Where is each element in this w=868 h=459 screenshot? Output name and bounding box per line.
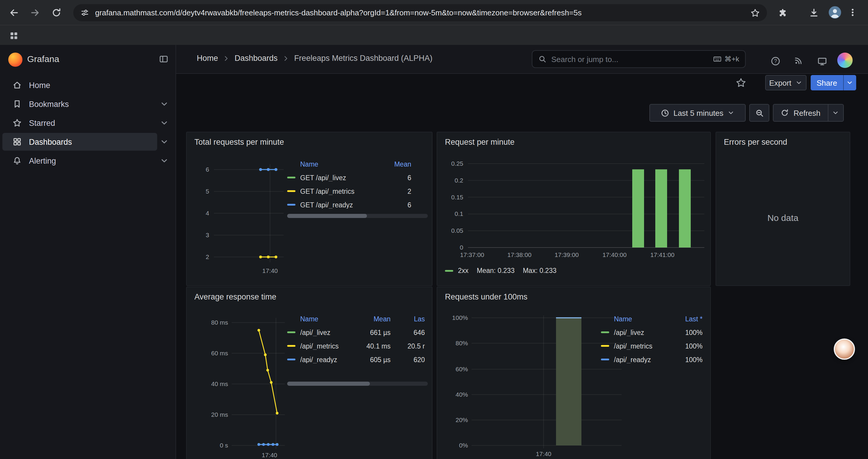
panel-title[interactable]: Requests under 100ms — [445, 292, 527, 301]
panel-title[interactable]: Total requests per minute — [194, 138, 284, 146]
zoom-out-button[interactable] — [749, 104, 769, 122]
legend-row[interactable]: /api/_livez 100% — [601, 326, 703, 339]
menu-kebab-icon[interactable] — [847, 5, 859, 20]
chart-requests-under-100ms[interactable]: 100%80%60%40%20%0%17:40 — [445, 316, 623, 459]
series-color-icon — [287, 345, 296, 347]
series-color-icon — [445, 270, 453, 271]
panel-title[interactable]: Request per minute — [445, 138, 515, 146]
share-button[interactable]: Share — [811, 75, 843, 90]
monitor-icon[interactable] — [814, 53, 830, 69]
favorite-star-icon[interactable] — [733, 74, 749, 91]
chart-average-response-time[interactable]: 80 ms60 ms40 ms20 ms0 s17:40 — [195, 316, 285, 459]
chart-total-requests[interactable]: 6543217:40 — [195, 161, 285, 279]
series-color-icon — [287, 177, 296, 178]
extensions-icon[interactable] — [775, 5, 790, 20]
svg-text:100%: 100% — [452, 316, 468, 321]
panel-title[interactable]: Errors per second — [724, 138, 787, 146]
bookmarks-bar: Freeleaps 收藏博客 — [0, 25, 868, 45]
share-split-button: Share — [811, 75, 856, 90]
svg-text:17:41:00: 17:41:00 — [650, 251, 675, 258]
refresh-button[interactable]: Refresh — [773, 104, 828, 121]
legend-header-mean[interactable]: Mean — [354, 316, 391, 323]
svg-text:2: 2 — [206, 254, 209, 260]
chevron-down-icon — [728, 109, 735, 117]
legend-row[interactable]: GET /api/_metrics 2 — [287, 184, 428, 198]
search-placeholder: Search or jump to... — [551, 55, 709, 64]
chevron-down-icon[interactable] — [159, 137, 169, 146]
legend-inline[interactable]: 2xx Mean: 0.233 Max: 0.233 — [445, 267, 557, 274]
sidebar-item-bookmarks[interactable]: Bookmarks — [2, 95, 174, 113]
sidebar-item-home[interactable]: Home — [2, 76, 174, 94]
help-icon[interactable]: ? — [767, 53, 783, 69]
series-color-icon — [601, 331, 609, 333]
downloads-icon[interactable] — [806, 5, 821, 20]
legend-row[interactable]: /api/_metrics 40.1 ms 20.5 r — [287, 339, 425, 353]
legend-header-name[interactable]: Name — [300, 316, 354, 323]
back-button[interactable] — [6, 5, 21, 20]
forward-button[interactable] — [27, 5, 42, 20]
grafana-logo[interactable] — [8, 53, 23, 67]
svg-text:4: 4 — [206, 210, 209, 217]
legend-row[interactable]: /api/_readyz 100% — [601, 353, 703, 366]
chevron-down-icon[interactable] — [159, 118, 169, 128]
svg-text:17:37:00: 17:37:00 — [460, 251, 484, 258]
news-rss-icon[interactable] — [790, 53, 807, 69]
breadcrumb-current: Freeleaps Metrics Dashboard (ALPHA) — [294, 54, 433, 63]
floating-avatar[interactable] — [834, 338, 855, 360]
svg-text:17:40: 17:40 — [536, 451, 552, 457]
legend-table: Name Mean Las /api/_livez 661 µs 646 /ap… — [287, 313, 428, 366]
chevron-down-icon[interactable] — [159, 156, 169, 165]
apps-grid-icon[interactable] — [6, 28, 21, 43]
clock-icon — [660, 108, 669, 117]
share-menu-chevron[interactable] — [843, 75, 856, 90]
svg-text:20 ms: 20 ms — [211, 411, 228, 418]
sidebar-item-dashboards[interactable]: Dashboards — [2, 133, 174, 151]
refresh-interval-chevron[interactable] — [828, 104, 843, 121]
legend-header-last[interactable]: Las — [395, 316, 425, 323]
legend-header-last[interactable]: Last * — [685, 316, 703, 323]
legend-header-mean[interactable]: Mean — [394, 161, 411, 168]
legend-header-name[interactable]: Name — [614, 316, 685, 323]
legend-row[interactable]: /api/_livez 661 µs 646 — [287, 326, 425, 339]
svg-text:40 ms: 40 ms — [211, 381, 228, 387]
site-settings-icon[interactable] — [80, 8, 89, 17]
breadcrumb-home[interactable]: Home — [197, 54, 218, 63]
series-color-icon — [287, 359, 296, 360]
series-color-icon — [287, 204, 296, 205]
chevron-down-icon[interactable] — [159, 99, 169, 109]
svg-text:0.2: 0.2 — [455, 177, 463, 184]
legend-row[interactable]: GET /api/_readyz 6 — [287, 198, 428, 211]
user-avatar[interactable] — [837, 53, 852, 68]
series-color-icon — [601, 359, 609, 360]
svg-text:17:38:00: 17:38:00 — [507, 251, 531, 258]
bookmark-icon — [12, 99, 22, 109]
dock-menu-icon[interactable] — [156, 52, 172, 67]
svg-text:60%: 60% — [456, 366, 468, 372]
time-range-picker[interactable]: Last 5 minutes — [649, 104, 746, 122]
panel-average-response-time: Average response time 80 ms60 ms40 ms20 … — [186, 287, 433, 459]
bookmark-star-icon[interactable] — [750, 8, 760, 18]
svg-text:20%: 20% — [456, 417, 468, 423]
address-bar[interactable]: grafana.mathmast.com/d/deytv4rwavabkb/fr… — [73, 4, 767, 21]
breadcrumb-dashboards[interactable]: Dashboards — [235, 54, 278, 63]
legend-row[interactable]: /api/_metrics 100% — [601, 339, 703, 353]
legend-header-name[interactable]: Name — [300, 161, 318, 168]
browser-toolbar: grafana.mathmast.com/d/deytv4rwavabkb/fr… — [0, 0, 868, 25]
export-button[interactable]: Export — [765, 75, 807, 90]
viewport: grafana.mathmast.com/d/deytv4rwavabkb/fr… — [0, 0, 868, 459]
search-input[interactable]: Search or jump to... ⌘+k — [532, 50, 746, 68]
panel-title[interactable]: Average response time — [194, 292, 276, 301]
legend-scrollbar[interactable] — [287, 214, 428, 218]
reload-button[interactable] — [49, 5, 64, 20]
svg-text:60 ms: 60 ms — [211, 350, 228, 357]
legend-row[interactable]: /api/_readyz 605 µs 620 — [287, 353, 425, 366]
profile-avatar[interactable] — [827, 5, 843, 20]
sidebar-item-alerting[interactable]: Alerting — [2, 152, 174, 169]
legend-row[interactable]: GET /api/_livez 6 — [287, 171, 428, 184]
chart-request-per-minute[interactable]: 0.250.20.150.10.05017:37:0017:38:0017:39… — [445, 161, 706, 270]
sidebar-item-starred[interactable]: Starred — [2, 114, 174, 132]
url-text: grafana.mathmast.com/d/deytv4rwavabkb/fr… — [95, 8, 745, 17]
legend-table: Name Last * /api/_livez 100% /api/_metri… — [601, 313, 704, 366]
legend-scrollbar[interactable] — [287, 382, 428, 386]
svg-text:?: ? — [774, 58, 777, 64]
